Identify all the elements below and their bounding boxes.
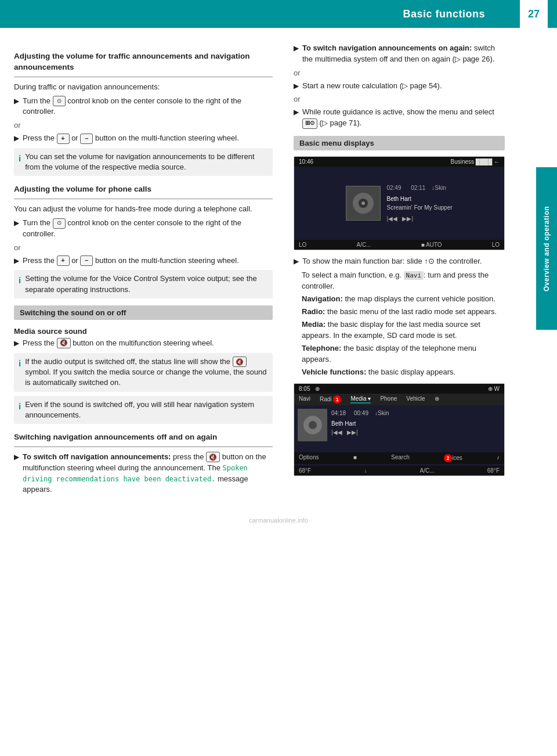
- bullet-switch-on-nav: ▶ To switch navigation announcements on …: [294, 43, 505, 65]
- screen2-times: 04:18 00:49 ↓Skin: [331, 409, 389, 417]
- info-text-3: If the audio output is switched off, the…: [25, 357, 268, 388]
- section-sound-toggle: Switching the sound on or off Media sour…: [14, 305, 273, 424]
- screen-vol-2: LO: [492, 242, 500, 248]
- bullet-text-8: Start a new route calculation (▷ page 54…: [302, 81, 505, 92]
- section-nav-announcements-heading: Switching navigation announcements off a…: [14, 432, 273, 443]
- navi-label: Navi: [404, 271, 424, 280]
- section-phone-vol: Adjusting the volume for phone calls You…: [14, 184, 273, 298]
- mute-symbol-inline: 🔇: [233, 357, 247, 367]
- screen-ac-1: A/C...: [356, 242, 371, 248]
- screenshot-2: 8:05 ⊕ ⊕ W Navi Radi 1 Media ▾ Phone Veh…: [294, 383, 505, 476]
- bullet-turn-knob-1: ▶ Turn the ⊙ control knob on the center …: [14, 96, 273, 118]
- screen-track-times: 02:49 02:11 ↓Skin: [386, 183, 452, 192]
- screen-album-1: Screamin' For My Supper: [386, 203, 452, 212]
- bullet-arrow-1: ▶: [14, 96, 19, 106]
- bullet-new-route: ▶ Start a new route calculation (▷ page …: [294, 81, 505, 92]
- header-title: Basic functions: [0, 8, 520, 20]
- screen2-signal: ⊕ W: [488, 386, 500, 392]
- mute-btn-2: 🔇: [206, 452, 220, 462]
- section-phone-vol-intro: You can adjust the volume for hands-free…: [14, 204, 273, 215]
- bullet-text-2: Press the + or – button on the multi-fun…: [23, 133, 273, 144]
- or-text-3: or: [294, 68, 505, 79]
- bullet-text-1: Turn the ⊙ control knob on the center co…: [23, 96, 273, 118]
- bullet-text-7: To switch navigation announcements on ag…: [302, 43, 505, 65]
- bullet-arrow-5: ▶: [14, 339, 19, 348]
- section-divider-1: [14, 77, 273, 77]
- bullet-show-main-bar: ▶ To show the main function bar: slide ↑…: [294, 256, 505, 267]
- screen-album-art-1: [346, 186, 381, 221]
- screen-sim-1: 10:46 Business ████ ←: [294, 157, 504, 250]
- bullet-press-btn-2: ▶ Press the + or – button on the multi-f…: [14, 255, 273, 267]
- menu-phone: Phone: [380, 395, 397, 404]
- bullet-arrow-9: ▶: [294, 107, 299, 117]
- info-box-mute-1: i If the audio output is switched off, t…: [14, 353, 273, 392]
- screen-content-1: 02:49 02:11 ↓Skin Beth Hart Screamin' Fo…: [294, 167, 504, 240]
- info-text-4: Even if the sound is switched off, you w…: [25, 399, 268, 420]
- menu-settings: ⊕: [435, 395, 439, 404]
- bold-telephone: Telephone:: [302, 344, 341, 352]
- nav-desc: Navigation: the map displays the current…: [302, 294, 505, 305]
- screen2-voices: 2ices: [444, 454, 462, 462]
- bullet-while-route: ▶ While route guidance is active, show t…: [294, 107, 505, 129]
- screenshot-1: 10:46 Business ████ ←: [294, 156, 505, 250]
- minus-btn-2: –: [80, 255, 93, 266]
- bullet-arrow-7: ▶: [294, 44, 299, 53]
- screen2-funcbar: Options ■ Search 2ices ♪: [294, 452, 504, 464]
- screen2-thumb: [298, 409, 327, 441]
- section-divider-2: [14, 199, 273, 199]
- screen2-song: Beth Hart: [331, 419, 389, 428]
- deactivated-message: Spoken driving recommendations have been…: [23, 464, 248, 483]
- screen-vol-1: LO: [299, 242, 306, 248]
- bullet-text-5: Press the 🔇 button on the multifunction …: [23, 338, 273, 349]
- bullet-arrow-10: ▶: [294, 257, 299, 267]
- screen2-fan-icon: ↓: [364, 467, 367, 474]
- info-icon-4: i: [19, 400, 21, 412]
- radio-desc: Radio: the basic menu of the last radio …: [302, 307, 505, 318]
- select-main-fn-text: To select a main function, e.g. Navi: tu…: [302, 270, 505, 292]
- section-switch-nav-on: ▶ To switch navigation announcements on …: [294, 43, 505, 129]
- bullet-arrow-3: ▶: [14, 218, 19, 228]
- screen-controls-1: |◀◀ ▶▶|: [386, 214, 452, 223]
- screen-sim-2: 8:05 ⊕ ⊕ W Navi Radi 1 Media ▾ Phone Veh…: [294, 384, 504, 476]
- screen2-temp-r: 68°F: [487, 467, 500, 474]
- screen2-bottombar: 68°F ↓ A/C... 68°F: [294, 466, 504, 476]
- info-icon-1: i: [19, 152, 21, 164]
- bullet-text-10: To show the main function bar: slide ↑⊙ …: [302, 256, 505, 267]
- section-traffic-nav-heading: Adjusting the volume for traffic announc…: [14, 51, 273, 73]
- menu-icon-inline: ⊞⊙: [302, 118, 317, 129]
- screen2-icon-mid: ■: [353, 454, 357, 462]
- screen2-topbar: 8:05 ⊕ ⊕ W: [294, 384, 504, 394]
- section-phone-vol-heading: Adjusting the volume for phone calls: [14, 184, 273, 195]
- knob-icon-1: ⊙: [53, 96, 66, 106]
- minus-btn-1: –: [80, 134, 93, 144]
- bullet-arrow-4: ▶: [14, 256, 19, 266]
- section-basic-menu: Basic menu displays 10:46 Business ████ …: [294, 136, 505, 476]
- screen2-menubar: Navi Radi 1 Media ▾ Phone Vehicle ⊕: [294, 394, 504, 405]
- info-box-mute-2: i Even if the sound is switched off, you…: [14, 396, 273, 424]
- plus-btn-1: +: [57, 134, 70, 144]
- section-divider-3: [14, 447, 273, 447]
- menu-media: Media ▾: [350, 395, 371, 404]
- subsection-media-sound: Media source sound: [14, 327, 273, 336]
- bullet-text-6: To switch off navigation announcements: …: [23, 452, 273, 495]
- bullet-arrow-2: ▶: [14, 134, 19, 143]
- section-traffic-nav-intro: During traffic or navigation announcemen…: [14, 82, 273, 93]
- media-desc: Media: the basic display for the last me…: [302, 319, 505, 341]
- screen2-search: Search: [391, 454, 410, 462]
- watermark: carmanualonline.info: [0, 513, 557, 525]
- menu-navi: Navi: [299, 395, 310, 404]
- page-number: 27: [520, 0, 548, 28]
- bullet-switch-off-nav: ▶ To switch off navigation announcements…: [14, 452, 273, 495]
- telephone-desc: Telephone: the basic display of the tele…: [302, 343, 505, 365]
- screen-topbar-1: 10:46 Business ████ ←: [294, 157, 504, 167]
- screen-bottombar-1: LO A/C... ■ AUTO LO: [294, 240, 504, 250]
- screen2-options: Options: [299, 454, 319, 462]
- bold-switch-on-nav: To switch navigation announcements on ag…: [302, 44, 472, 52]
- vehicle-desc: Vehicle functions: the basic display app…: [302, 367, 505, 378]
- left-column: Adjusting the volume for traffic announc…: [0, 38, 284, 503]
- screen-time-1: 10:46: [299, 159, 313, 165]
- info-box-voice-vol: i Setting the volume for the Voice Contr…: [14, 270, 273, 298]
- screen2-time: 8:05 ⊕: [299, 386, 320, 392]
- or-text-4: or: [294, 94, 505, 105]
- bold-switch-off-nav: To switch off navigation announcements:: [23, 452, 171, 461]
